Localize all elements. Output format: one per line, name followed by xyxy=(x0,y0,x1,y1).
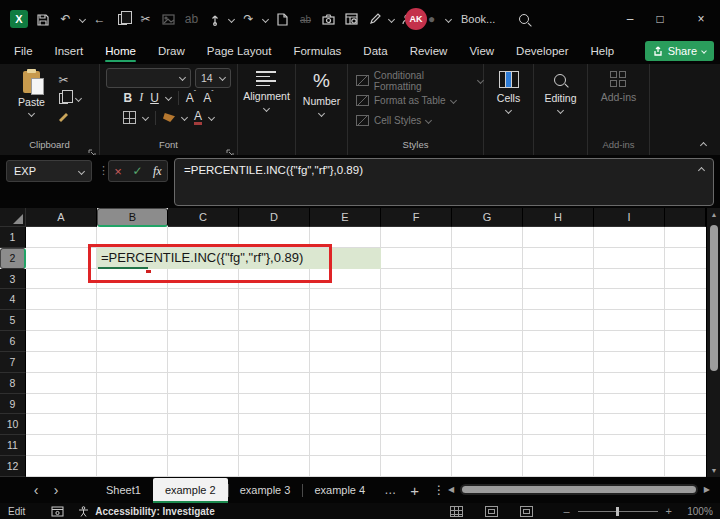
scroll-left-icon[interactable]: ◀ xyxy=(448,485,454,494)
editing-dropdown-icon[interactable] xyxy=(557,107,564,114)
row-header-5[interactable]: 5 xyxy=(0,310,26,331)
horizontal-scroll-thumb[interactable] xyxy=(462,486,696,493)
vertical-scrollbar[interactable]: ▲ ▼ xyxy=(706,208,720,477)
column-header-c[interactable]: C xyxy=(168,208,239,227)
row-header-6[interactable]: 6 xyxy=(0,331,26,352)
row-header-4[interactable]: 4 xyxy=(0,289,26,310)
replace-icon[interactable]: ab xyxy=(183,11,200,28)
macro-record-icon[interactable] xyxy=(51,506,64,517)
cancel-button[interactable]: × xyxy=(114,164,122,179)
scroll-right-icon[interactable]: ▶ xyxy=(704,485,710,494)
row-header-11[interactable]: 11 xyxy=(0,435,26,456)
row-header-12[interactable]: 12 xyxy=(0,456,26,477)
maximize-button[interactable]: □ xyxy=(645,0,675,38)
row-header-8[interactable]: 8 xyxy=(0,373,26,394)
redo-dropdown-icon[interactable] xyxy=(262,15,269,22)
row-header-7[interactable]: 7 xyxy=(0,352,26,373)
column-header-i[interactable]: I xyxy=(594,208,665,227)
draw-pen-icon[interactable] xyxy=(366,11,383,28)
save-icon[interactable] xyxy=(34,11,51,28)
zoom-out-button[interactable]: – xyxy=(563,505,569,517)
alignment-button[interactable]: Alignment xyxy=(243,71,290,155)
fill-color-button[interactable] xyxy=(163,113,175,122)
row-header-10[interactable]: 10 xyxy=(0,414,26,435)
close-button[interactable]: × xyxy=(686,0,716,38)
account-avatar[interactable]: AK xyxy=(405,8,427,30)
column-header-h[interactable]: H xyxy=(523,208,594,227)
redo-icon[interactable]: ↷ xyxy=(240,11,257,28)
copy-icon[interactable] xyxy=(114,11,131,28)
tab-home[interactable]: Home xyxy=(105,38,136,64)
conditional-formatting-button[interactable]: Conditional Formatting xyxy=(356,73,483,88)
format-painter-button[interactable] xyxy=(55,108,72,125)
name-box[interactable]: EXP xyxy=(6,160,92,182)
new-document-icon[interactable] xyxy=(274,11,291,28)
font-color-button[interactable]: A xyxy=(194,110,202,125)
next-sheet-icon[interactable]: › xyxy=(46,482,66,498)
share-button[interactable]: Share xyxy=(645,41,714,61)
minimize-button[interactable]: – xyxy=(615,0,645,38)
row-header-1[interactable]: 1 xyxy=(0,227,26,248)
column-header-f[interactable]: F xyxy=(381,208,452,227)
accessibility-status[interactable]: Accessibility: Investigate xyxy=(95,506,215,517)
accessibility-icon[interactable] xyxy=(78,506,89,517)
insert-function-button[interactable]: fx xyxy=(153,164,162,179)
fill-color-dropdown-icon[interactable] xyxy=(181,114,188,121)
back-icon[interactable]: ← xyxy=(91,11,108,28)
strikethrough-icon[interactable]: ab xyxy=(297,11,314,28)
tab-help[interactable]: Help xyxy=(591,38,615,64)
row-header-2[interactable]: 2 xyxy=(0,248,26,269)
borders-dropdown-icon[interactable] xyxy=(142,114,149,121)
font-size-select[interactable]: 14 xyxy=(195,68,231,88)
alignment-dropdown-icon[interactable] xyxy=(263,105,270,112)
bold-button[interactable]: B xyxy=(123,91,132,105)
touch-mode-dropdown-icon[interactable] xyxy=(228,15,235,22)
tab-insert[interactable]: Insert xyxy=(55,38,84,64)
underline-button[interactable]: U xyxy=(150,91,159,105)
scroll-up-icon[interactable]: ▲ xyxy=(707,211,720,218)
tab-page-layout[interactable]: Page Layout xyxy=(207,38,272,64)
new-sheet-button[interactable]: + xyxy=(403,482,426,499)
font-color-dropdown-icon[interactable] xyxy=(208,114,215,121)
column-header-a[interactable]: A xyxy=(26,208,97,227)
tab-file[interactable]: File xyxy=(14,38,33,64)
formula-input[interactable]: =PERCENTILE.INC({"fg","rf"},0.89) xyxy=(174,158,714,206)
number-dropdown-icon[interactable] xyxy=(318,110,325,117)
tab-developer[interactable]: Developer xyxy=(516,38,568,64)
prev-sheet-icon[interactable]: ‹ xyxy=(26,482,46,498)
format-as-table-button[interactable]: Format as Table xyxy=(356,93,483,108)
zoom-in-button[interactable]: + xyxy=(666,505,672,517)
copy-dropdown-icon[interactable] xyxy=(75,94,82,101)
undo-icon[interactable]: ↶ xyxy=(57,11,74,28)
undo-dropdown-icon[interactable] xyxy=(79,15,86,22)
zoom-slider[interactable] xyxy=(578,511,658,512)
zoom-slider-thumb[interactable] xyxy=(616,507,619,516)
select-all-corner[interactable] xyxy=(0,208,26,227)
underline-dropdown-icon[interactable] xyxy=(165,94,172,101)
row-header-3[interactable]: 3 xyxy=(0,269,26,290)
cells-dropdown-icon[interactable] xyxy=(505,107,512,114)
borders-button[interactable] xyxy=(123,111,136,124)
name-box-dropdown-icon[interactable] xyxy=(78,167,85,174)
column-header-partial[interactable] xyxy=(665,208,706,227)
camera-icon[interactable] xyxy=(320,11,337,28)
copy-button[interactable] xyxy=(55,90,72,107)
vertical-scroll-thumb[interactable] xyxy=(710,225,718,371)
scroll-down-icon[interactable]: ▼ xyxy=(707,467,720,474)
italic-button[interactable]: I xyxy=(139,90,143,105)
tab-review[interactable]: Review xyxy=(410,38,448,64)
tab-view[interactable]: View xyxy=(469,38,494,64)
column-header-e[interactable]: E xyxy=(310,208,381,227)
draw-pen-dropdown-icon[interactable] xyxy=(388,15,395,22)
touch-mode-icon[interactable] xyxy=(206,11,223,28)
more-sheets-icon[interactable]: … xyxy=(377,483,403,497)
enter-button[interactable]: ✓ xyxy=(132,164,142,178)
excel-logo-icon[interactable]: X xyxy=(10,10,28,28)
sheet-tab-example2[interactable]: example 2 xyxy=(153,478,228,503)
column-header-b[interactable]: B xyxy=(97,208,168,227)
table-lookup-icon[interactable] xyxy=(343,11,360,28)
sheet-tab-example3[interactable]: example 3 xyxy=(228,478,303,503)
grow-font-button[interactable]: Aˆ xyxy=(186,91,196,105)
tab-draw[interactable]: Draw xyxy=(158,38,185,64)
horizontal-scrollbar[interactable]: ◀ ▶ xyxy=(448,483,710,496)
